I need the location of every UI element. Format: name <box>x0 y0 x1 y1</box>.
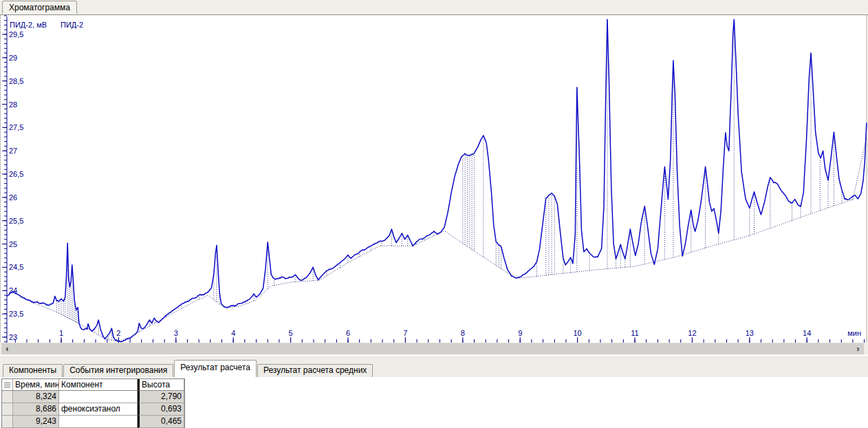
cell-component[interactable]: феноксиэтанол <box>59 403 138 416</box>
tab-average-calculation-result[interactable]: Результат расчета средних <box>257 364 373 377</box>
svg-text:26: 26 <box>9 193 17 202</box>
svg-text:3: 3 <box>174 329 178 337</box>
results-table: Время, мин Компонент Высота 8,324 2,790 … <box>1 378 185 428</box>
svg-text:25,5: 25,5 <box>9 217 23 225</box>
row-selector-header[interactable] <box>2 379 13 391</box>
svg-text:23,5: 23,5 <box>9 310 23 318</box>
svg-text:14: 14 <box>803 329 811 337</box>
detector-units-label: ПИД-2, мВ <box>10 21 47 29</box>
svg-text:29: 29 <box>9 54 17 62</box>
svg-text:9: 9 <box>518 329 522 337</box>
svg-text:1: 1 <box>59 329 63 337</box>
svg-text:10: 10 <box>573 329 581 337</box>
scroll-right-button[interactable]: › <box>852 343 864 354</box>
chromatogram-plot[interactable]: 2323,52424,52525,52626,52727,52828,52929… <box>0 15 868 343</box>
cell-height[interactable]: 2,790 <box>138 391 184 403</box>
svg-text:5: 5 <box>289 329 293 337</box>
separator-groove <box>0 354 868 357</box>
svg-text:27,5: 27,5 <box>9 123 23 131</box>
list-icon <box>4 383 10 388</box>
cell-component[interactable] <box>59 391 138 403</box>
svg-text:25: 25 <box>9 240 17 248</box>
svg-text:23: 23 <box>9 333 17 341</box>
svg-text:11: 11 <box>631 329 638 337</box>
svg-text:13: 13 <box>746 329 754 337</box>
chart-horizontal-scrollbar[interactable]: ‹ › <box>1 343 864 355</box>
tab-integration-events[interactable]: События интегрирования <box>63 364 173 377</box>
tab-chromatogram[interactable]: Хроматограмма <box>2 1 77 14</box>
row-selector[interactable] <box>2 403 13 416</box>
column-header-component[interactable]: Компонент <box>59 379 138 391</box>
svg-text:2: 2 <box>116 329 120 337</box>
cell-component[interactable] <box>59 416 138 428</box>
svg-text:мин: мин <box>847 329 861 337</box>
column-header-time[interactable]: Время, мин <box>13 379 59 391</box>
tab-calculation-result[interactable]: Результат расчета <box>174 360 257 377</box>
svg-text:12: 12 <box>688 329 696 337</box>
cell-time[interactable]: 8,686 <box>13 403 59 416</box>
detector-series-label: ПИД-2 <box>61 21 83 29</box>
cell-time[interactable]: 8,324 <box>13 391 59 403</box>
svg-text:4: 4 <box>231 329 235 337</box>
row-selector[interactable] <box>2 391 13 403</box>
scroll-left-icon: ‹ <box>6 343 8 354</box>
svg-text:27: 27 <box>9 147 17 155</box>
column-header-height[interactable]: Высота <box>138 379 184 391</box>
tab-chromatogram-label: Хроматограмма <box>9 3 70 12</box>
svg-text:29,5: 29,5 <box>9 30 23 39</box>
row-selector[interactable] <box>2 416 13 428</box>
svg-text:28,5: 28,5 <box>9 77 23 85</box>
scroll-right-icon: › <box>856 343 859 354</box>
svg-text:26,5: 26,5 <box>9 170 23 178</box>
svg-text:6: 6 <box>346 329 350 337</box>
scroll-left-button[interactable]: ‹ <box>1 343 13 354</box>
svg-text:7: 7 <box>403 329 407 337</box>
cell-height[interactable]: 0,465 <box>138 416 184 428</box>
cell-height[interactable]: 0,693 <box>138 403 184 416</box>
results-tab-bar: Компоненты События интегрирования Резуль… <box>3 362 373 377</box>
cell-time[interactable]: 9,243 <box>13 416 59 428</box>
svg-text:8: 8 <box>461 329 465 337</box>
tab-components[interactable]: Компоненты <box>3 364 63 377</box>
svg-text:24,5: 24,5 <box>9 263 23 271</box>
top-tab-strip: Хроматограмма <box>0 0 868 15</box>
svg-text:28: 28 <box>9 100 17 109</box>
